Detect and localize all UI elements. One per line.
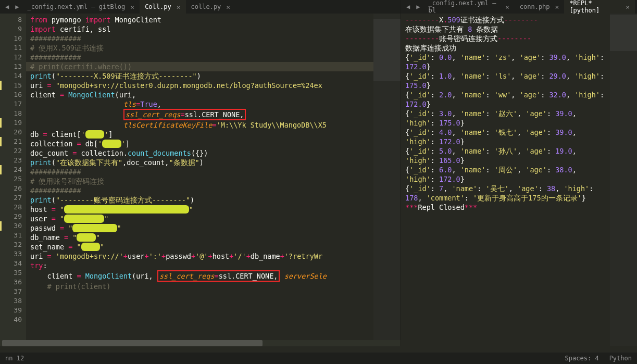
code-line: # print(client) — [30, 282, 373, 291]
line-number: 33 — [0, 249, 22, 259]
line-number: 13 — [0, 62, 22, 71]
close-icon[interactable]: × — [626, 3, 630, 11]
output-line: {'_id': 4.0, 'name': '钱七', 'age': 39.0, … — [405, 128, 606, 146]
code-line: user = "xxxxxxxxx" — [30, 214, 373, 223]
editor-container: ◀ ▶ _config.next.yml — gitBlog×Coll.py×c… — [0, 0, 637, 346]
line-number: 9 — [0, 24, 22, 34]
minimap[interactable] — [373, 14, 401, 340]
tab[interactable]: _config.next.yml — bl× — [423, 0, 514, 14]
code-line: try: — [30, 261, 373, 270]
line-number: 24 — [0, 165, 22, 174]
line-number: 18 — [0, 109, 22, 118]
tab[interactable]: Coll.py× — [140, 0, 185, 14]
line-number: 25 — [0, 174, 22, 184]
tab[interactable]: *REPL* [python]× — [564, 0, 635, 14]
output-line: 在该数据集下共有 8 条数据 — [405, 24, 606, 34]
code-line: uri = 'mongodb+srv://'+user+':'+passwd+'… — [30, 252, 373, 261]
tab[interactable]: _config.next.yml — gitBlog× — [22, 0, 140, 14]
tab[interactable]: colle.py× — [186, 0, 236, 14]
code-line: passwd = "xxxxxxxxxx" — [30, 223, 373, 233]
line-number: 19 — [0, 118, 22, 128]
close-icon[interactable]: × — [177, 3, 181, 11]
code-line: print("--------账号密码连接方式--------") — [30, 195, 373, 205]
line-number: 11 — [0, 43, 22, 53]
line-gutter: 8910111213141516171819202122232425262728… — [0, 14, 26, 340]
code-area[interactable]: from pymongo import MongoClientimport ce… — [26, 14, 373, 340]
line-number: 35 — [0, 268, 22, 278]
tab-label: *REPL* [python] — [569, 0, 620, 14]
line-number: 8 — [0, 15, 22, 24]
tab-label: _config.next.yml — bl — [428, 0, 499, 14]
close-icon[interactable]: × — [130, 3, 134, 11]
tab-label: conn.php — [520, 3, 550, 10]
output-line: {'_id': 6.0, 'name': '周公', 'age': 38.0, … — [405, 165, 606, 184]
line-number: 17 — [0, 99, 22, 109]
status-spaces[interactable]: Spaces: 4 — [565, 355, 599, 362]
output-line: --------账号密码连接方式-------- — [405, 34, 606, 43]
line-number: 15 — [0, 81, 22, 90]
left-editor: 8910111213141516171819202122232425262728… — [0, 14, 401, 340]
code-line: tlsCertificateKeyFile='M:\\Yk Study\\Man… — [30, 120, 373, 130]
status-lang[interactable]: Python — [609, 355, 632, 362]
code-line: ############ — [30, 167, 373, 177]
right-tabbar: ◀ ▶ _config.next.yml — bl×conn.php×*REPL… — [401, 0, 637, 14]
line-number: 23 — [0, 156, 22, 165]
tab-label: colle.py — [191, 3, 221, 10]
output-line: {'_id': 5.0, 'name': '孙八', 'age': 19.0, … — [405, 146, 606, 165]
code-line: tls=True, — [30, 99, 373, 109]
line-number: 12 — [0, 53, 22, 62]
code-line: from pymongo import MongoClient — [30, 15, 373, 24]
repl-output[interactable]: --------X.509证书连接方式--------在该数据集下共有 8 条数… — [401, 14, 610, 346]
tab-next-icon[interactable]: ▶ — [12, 3, 22, 10]
line-number: 26 — [0, 184, 22, 193]
line-number: 16 — [0, 90, 22, 99]
output-line: {'_id': 7, 'name': '吴七', 'age': 38, 'hig… — [405, 184, 606, 203]
line-number: 39 — [0, 306, 22, 315]
code-line: ############ — [30, 34, 373, 43]
code-line: # 使用账号和密码连接 — [30, 177, 373, 186]
line-number: 27 — [0, 193, 22, 203]
tab-next-icon[interactable]: ▶ — [413, 3, 423, 10]
code-line: # 使用X.509证书连接 — [30, 43, 373, 53]
tab-prev-icon[interactable]: ◀ — [403, 3, 413, 10]
output-line: {'_id': 3.0, 'name': '赵六', 'age': 39.0, … — [405, 109, 606, 128]
tab-prev-icon[interactable]: ◀ — [2, 3, 12, 10]
line-number: 30 — [0, 221, 22, 231]
status-position: nn 12 — [5, 355, 24, 362]
h-scrollbar[interactable] — [0, 340, 401, 346]
line-number: 22 — [0, 146, 22, 156]
line-number: 20 — [0, 128, 22, 137]
code-line: print("--------X.509证书连接方式--------") — [30, 71, 373, 81]
close-icon[interactable]: × — [505, 3, 509, 11]
output-line: 数据库连接成功 — [405, 43, 606, 53]
code-line: ssl_cert_reqs=ssl.CERT_NONE, — [30, 109, 373, 120]
left-tabbar: ◀ ▶ _config.next.yml — gitBlog×Coll.py×c… — [0, 0, 401, 14]
line-number: 37 — [0, 287, 22, 296]
output-line: {'_id': 0.0, 'name': 'zs', 'age': 39.0, … — [405, 53, 606, 71]
right-output-wrap: --------X.509证书连接方式--------在该数据集下共有 8 条数… — [401, 14, 637, 346]
line-number: 34 — [0, 259, 22, 268]
line-number: 28 — [0, 203, 22, 212]
code-line: print("在该数据集下共有",doc_count,"条数据") — [30, 158, 373, 167]
code-line: # print(certifi.where()) — [30, 62, 373, 71]
right-pane: ◀ ▶ _config.next.yml — bl×conn.php×*REPL… — [401, 0, 637, 346]
line-number: 31 — [0, 231, 22, 240]
status-bar: nn 12 Spaces: 4 Python — [0, 353, 637, 364]
line-number: 10 — [0, 34, 22, 43]
code-line: host = "xxxxxxxxxxxxxxxxxxxxxxxxxxxxx" — [30, 205, 373, 214]
line-number: 38 — [0, 296, 22, 306]
output-line: ***Repl Closed*** — [405, 203, 606, 212]
code-line: set_name = "xxxx" — [30, 242, 373, 252]
code-line: db_name = "xxxx" — [30, 233, 373, 242]
code-line: ############ — [30, 53, 373, 62]
output-line: {'_id': 2.0, 'name': 'ww', 'age': 32.0, … — [405, 90, 606, 109]
minimap[interactable] — [610, 14, 637, 346]
left-pane: ◀ ▶ _config.next.yml — gitBlog×Coll.py×c… — [0, 0, 401, 346]
close-icon[interactable]: × — [555, 3, 559, 11]
line-number: 21 — [0, 137, 22, 146]
code-line: import certifi, ssl — [30, 24, 373, 34]
code-line: uri = "mongodb+srv://cluster0.duzpn.mong… — [30, 81, 373, 90]
output-line: --------X.509证书连接方式-------- — [405, 15, 606, 24]
tab[interactable]: conn.php× — [515, 0, 565, 14]
close-icon[interactable]: × — [226, 3, 230, 11]
